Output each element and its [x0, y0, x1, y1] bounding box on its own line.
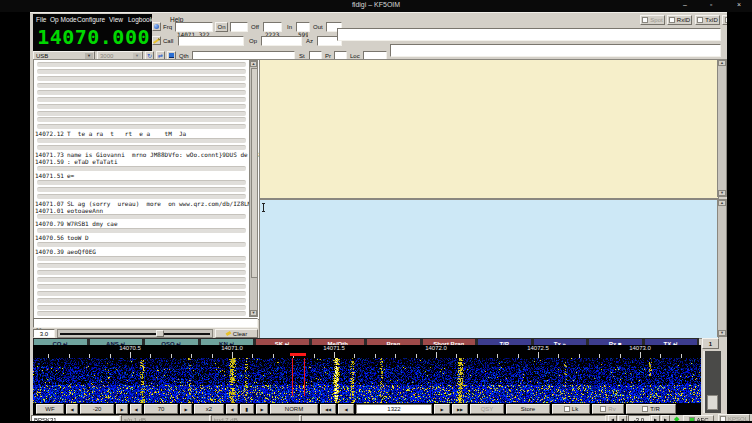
- decode-frequency: 14070.79: [35, 220, 64, 227]
- fldigi-window: FileOp ModeConfigureViewLogbookHelp 1407…: [30, 12, 752, 422]
- time-off-field[interactable]: [263, 22, 282, 32]
- browser-row[interactable]: 14071.01eotoaeeAnn: [34, 207, 259, 214]
- zoom-button[interactable]: x2: [194, 404, 224, 414]
- qso-clock-button[interactable]: [152, 22, 161, 31]
- minimize-button[interactable]: –: [683, 1, 687, 8]
- ref-level-down-icon[interactable]: ◀: [66, 404, 78, 414]
- browser-row[interactable]: [34, 68, 259, 75]
- browser-row[interactable]: [34, 255, 259, 262]
- wf-mode-button[interactable]: WF: [36, 404, 64, 414]
- rxid-toggle[interactable]: RxID: [667, 15, 692, 25]
- menu-item-op-mode[interactable]: Op Mode: [50, 15, 77, 24]
- scroll-left-icon[interactable]: ◀: [226, 404, 238, 414]
- browser-row[interactable]: [34, 297, 259, 304]
- browser-row[interactable]: [34, 82, 259, 89]
- tx-marker-scale[interactable]: [290, 353, 306, 356]
- freq-up-icon[interactable]: ▶: [434, 404, 450, 414]
- swap-icon: ⇄: [158, 52, 163, 59]
- waterfall-display[interactable]: [33, 358, 701, 404]
- store-button[interactable]: Store: [506, 404, 550, 414]
- menu-item-file[interactable]: File: [36, 15, 46, 24]
- notes-field-top[interactable]: [337, 28, 721, 41]
- browser-row[interactable]: 14070.79W7RSB1 dmy cae: [34, 220, 259, 227]
- menu-item-view[interactable]: View: [109, 15, 123, 24]
- call-field[interactable]: [178, 36, 244, 46]
- browser-row[interactable]: [34, 165, 259, 172]
- browser-row[interactable]: [34, 269, 259, 276]
- frequency-display[interactable]: 14070.000: [33, 24, 150, 50]
- center-signal-button[interactable]: ▮: [240, 404, 254, 414]
- tr-toggle[interactable]: T/R: [626, 404, 676, 414]
- range-value[interactable]: 70: [144, 404, 178, 414]
- browser-row[interactable]: [34, 310, 259, 317]
- browser-squelch-slider[interactable]: [57, 329, 213, 338]
- frq-field[interactable]: [175, 22, 213, 32]
- range-down-icon[interactable]: ◀: [130, 404, 142, 414]
- browser-row[interactable]: [34, 241, 259, 248]
- freq-up-fast-icon[interactable]: ▶▶: [452, 404, 468, 414]
- slider-thumb[interactable]: [156, 330, 164, 337]
- range-up-icon[interactable]: ▶: [180, 404, 192, 414]
- mode-select-value: USB: [36, 53, 48, 59]
- txid-toggle[interactable]: TxID: [695, 15, 720, 25]
- browser-empty-line: [37, 97, 246, 102]
- ref-level-up-icon[interactable]: ▶: [116, 404, 128, 414]
- waterfall-scrollbar[interactable]: [703, 351, 721, 413]
- waterfall-scrollbar-thumb[interactable]: [707, 395, 718, 410]
- display-mode-button[interactable]: NORM: [270, 404, 318, 414]
- browser-row[interactable]: [34, 110, 259, 117]
- close-button[interactable]: ×: [737, 1, 741, 8]
- browser-row[interactable]: [34, 123, 259, 130]
- browser-scrollbar-thumb[interactable]: [251, 68, 258, 278]
- rx-text-panel[interactable]: [259, 59, 719, 199]
- scroll-down-icon[interactable]: ▼: [718, 190, 726, 196]
- rx-scrollbar[interactable]: ▲ ▼: [717, 59, 727, 197]
- tx-text-panel[interactable]: [259, 199, 719, 339]
- decode-text: W7RSB1 dmy cae: [67, 220, 118, 227]
- browser-seek-field[interactable]: [33, 318, 258, 328]
- browser-row[interactable]: 14071.73name is Giovanni mrno JM88DVfo: …: [34, 151, 259, 158]
- op-label: Op: [249, 37, 257, 45]
- window-titlebar[interactable]: fldigi – KF5OIM – ▫ ×: [0, 0, 752, 12]
- browser-empty-line: [37, 145, 246, 150]
- browser-row[interactable]: [34, 96, 259, 103]
- scroll-down-icon[interactable]: ▼: [250, 310, 257, 316]
- browser-row[interactable]: [34, 193, 259, 200]
- txid-checkbox-icon: [697, 17, 703, 23]
- browser-empty-line: [37, 138, 246, 143]
- browser-empty-line: [37, 117, 246, 122]
- ref-level-value[interactable]: -20: [80, 404, 114, 414]
- freq-down-icon[interactable]: ◀: [338, 404, 354, 414]
- time-on-button[interactable]: On: [215, 22, 228, 32]
- freq-down-fast-icon[interactable]: ◀◀: [320, 404, 336, 414]
- maximize-button[interactable]: ▫: [710, 1, 712, 8]
- clear-log-button[interactable]: [152, 36, 161, 45]
- reverse-toggle[interactable]: Rv: [592, 404, 624, 414]
- browser-row[interactable]: [34, 283, 259, 290]
- macro-set-button[interactable]: 1: [702, 338, 719, 349]
- browser-row[interactable]: [34, 137, 259, 144]
- scroll-up-icon[interactable]: ▲: [718, 200, 726, 206]
- lock-toggle[interactable]: Lk: [552, 404, 590, 414]
- browser-row[interactable]: [34, 179, 259, 186]
- rst-in-field[interactable]: [296, 22, 310, 32]
- browser-empty-line: [37, 284, 246, 289]
- menu-item-configure[interactable]: Configure: [77, 15, 105, 24]
- signal-browser[interactable]: 14072.12T te a ra t rt e a tM Ja14071.73…: [33, 59, 260, 320]
- scroll-right-icon[interactable]: ▶: [256, 404, 268, 414]
- op-field[interactable]: [261, 36, 302, 46]
- scroll-down-icon[interactable]: ▼: [718, 330, 726, 336]
- lock-toggle-checkbox-icon: [564, 406, 570, 412]
- reverse-toggle-label: Rv: [608, 406, 615, 412]
- time-on-field[interactable]: [230, 22, 248, 32]
- qsy-button[interactable]: QSY: [470, 404, 504, 414]
- scroll-up-icon[interactable]: ▲: [718, 60, 726, 66]
- scroll-up-icon[interactable]: ▲: [250, 61, 257, 67]
- notes-field-bottom[interactable]: [390, 44, 721, 57]
- browser-scrollbar[interactable]: ▲ ▼: [249, 60, 258, 317]
- tx-scrollbar[interactable]: ▲ ▼: [717, 199, 727, 337]
- browser-clear-button[interactable]: Clear: [215, 329, 258, 338]
- browser-row[interactable]: [34, 227, 259, 234]
- menu-item-logbook[interactable]: Logbook: [128, 15, 153, 24]
- audio-freq-value[interactable]: 1322: [356, 404, 432, 414]
